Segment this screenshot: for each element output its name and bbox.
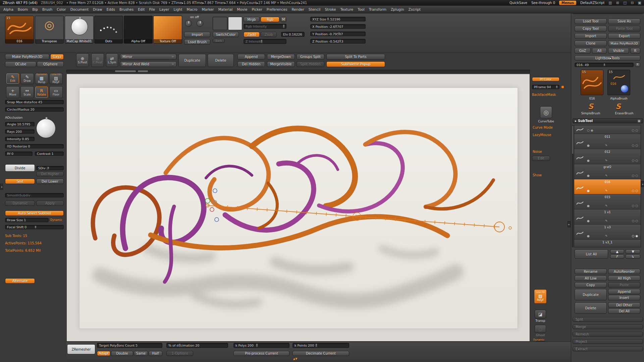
alternate-button[interactable]: Alternate: [5, 278, 35, 284]
subtool-row[interactable]: 015 ● ✎ ○ ○: [574, 194, 641, 209]
target-polygons-slider[interactable]: Target Polygons Count 5: [97, 343, 162, 348]
append-button[interactable]: Append: [237, 54, 265, 60]
menu-item-marker[interactable]: Marker: [202, 7, 214, 11]
qsphere-button[interactable]: QSphere: [37, 61, 64, 67]
subtool-visibility-toggle[interactable]: ●: [587, 159, 590, 162]
delete-subtool-button[interactable]: Delete: [575, 302, 607, 314]
draw-size-slider[interactable]: Draw Size 1: [5, 218, 49, 222]
swatch-icon[interactable]: ◫: [623, 1, 627, 5]
off-knob[interactable]: [197, 20, 203, 27]
menu-item-tool[interactable]: Tool: [358, 7, 364, 11]
right-panel-divider-arrow[interactable]: ◂: [641, 181, 644, 187]
menu-item-document[interactable]: Document: [70, 7, 89, 11]
draw-mode-button[interactable]: ✎Draw: [20, 73, 34, 84]
subtool-visibility-toggle[interactable]: ●: [587, 234, 590, 238]
bottom-scroll-arrows-icon[interactable]: ▲▼: [293, 357, 297, 360]
del-hidden-button[interactable]: Del Hidden: [237, 61, 265, 67]
subtool-render-icons[interactable]: ○ ○: [632, 159, 638, 162]
rgb-toggle[interactable]: Rgb: [261, 17, 279, 22]
menu-item-brush[interactable]: Brush: [42, 7, 52, 11]
k-points-slider[interactable]: k Points 200: [292, 343, 349, 348]
xyz-size-slider[interactable]: XYZ Size 6.52196: [310, 17, 366, 21]
subtool-render-icons[interactable]: ○ ○: [632, 129, 638, 132]
options-button[interactable]: 1-Options: [166, 351, 193, 356]
menu-item-transform[interactable]: Transform: [369, 7, 386, 11]
focal-shift-slider[interactable]: Focal Shift 0: [5, 225, 64, 229]
secondary-color-swatch[interactable]: [228, 17, 242, 30]
intensity-slider[interactable]: Intensity 0.85: [5, 137, 35, 141]
subtool-render-icons[interactable]: ○ ○: [632, 189, 638, 192]
snap-max-distance-slider[interactable]: Snap Max distance 45: [5, 100, 64, 104]
z-intensity-slider[interactable]: Z Intensity: [244, 39, 286, 44]
curve-mode-toggle[interactable]: Curve Mode: [533, 126, 553, 129]
alpha-thumbnail[interactable]: Alpha Off: [124, 16, 153, 44]
menu-item-alpha[interactable]: Alpha: [3, 7, 13, 11]
contrast-slider[interactable]: Contrast 1: [35, 152, 64, 156]
mirror-button[interactable]: Mirror≫: [120, 54, 176, 60]
menu-item-edds[interactable]: Edds: [107, 7, 115, 11]
subtool-paint-icon[interactable]: ✎: [605, 204, 608, 207]
all-low-button[interactable]: All Low: [575, 276, 607, 281]
zsub-toggle[interactable]: Zsub: [261, 32, 277, 37]
alpha-brush-thumbnail[interactable]: 15 016: [607, 70, 630, 95]
subtool-up-button[interactable]: ▲: [610, 249, 624, 254]
subtool-visibility-toggle[interactable]: ●: [587, 204, 590, 207]
gutter-divider-arrow[interactable]: ▸: [568, 221, 571, 227]
current-tool-thumbnail[interactable]: 15 016: [5, 16, 34, 44]
left-panel-divider-arrow[interactable]: ◂: [0, 184, 3, 190]
viewport-canvas[interactable]: [66, 74, 530, 342]
make-polymesh3d-tool-button[interactable]: Make PolyMesh3D: [608, 41, 640, 46]
gxyz-button[interactable]: Gxyz: [50, 54, 64, 60]
lazymouse-toggle[interactable]: LazyMouse: [533, 133, 551, 137]
menu-item-preferences[interactable]: Preferences: [267, 7, 287, 11]
active-tool-thumbnail[interactable]: 15: [581, 70, 603, 95]
menu-item-edit[interactable]: Edit: [138, 7, 145, 11]
menu-item-picker[interactable]: Picker: [252, 7, 262, 11]
make-polymesh3d-button[interactable]: Make PolyMesh3D: [5, 54, 49, 60]
adapt-toggle[interactable]: Adapt: [97, 351, 110, 356]
edit-mode-button[interactable]: ✎Edit: [6, 73, 19, 84]
pframe-slider[interactable]: PFrame 94: [532, 85, 559, 89]
dynamic-persp-button[interactable]: Dynamic▦Persp: [35, 73, 48, 84]
rays-slider[interactable]: Rays 200: [5, 129, 35, 134]
subtool-row[interactable]: 1 v1 ● ✎ ○ ○: [574, 209, 641, 225]
subtool-paint-icon[interactable]: ✎: [605, 144, 608, 147]
lightbox-tools-button[interactable]: Lightbox▸Tools: [575, 55, 640, 61]
preprocess-current-button[interactable]: Pre-process Current: [233, 351, 289, 356]
rename-button[interactable]: Rename: [575, 269, 607, 274]
merge-down-button[interactable]: MergeDown: [267, 54, 295, 60]
menu-item-color[interactable]: Color: [57, 7, 66, 11]
rotate-button[interactable]: RRotate: [35, 86, 48, 98]
mrgb-toggle[interactable]: Mrgb: [244, 17, 260, 22]
print-icon[interactable]: ⊟: [631, 1, 634, 5]
backface-mask-toggle[interactable]: BackfaceMask: [532, 93, 556, 97]
dynamic-subdiv-button[interactable]: Dynamic: [5, 201, 35, 206]
duplicate-button[interactable]: Duplicate: [178, 54, 206, 67]
subtool-render-icons[interactable]: ○ ◉: [632, 234, 638, 238]
all-high-button[interactable]: All High: [608, 276, 640, 281]
subtool-paint-icon[interactable]: ✎: [605, 174, 608, 177]
apply-button[interactable]: Apply: [36, 201, 64, 206]
material-thumbnail[interactable]: MatCap White01: [65, 16, 94, 44]
menu-item-draw[interactable]: Draw: [93, 7, 102, 11]
stroke-transpose-thumbnail[interactable]: ◎ Transpose: [35, 16, 64, 44]
smooth-subdiv-slider[interactable]: SmoothSubdiv: [5, 193, 64, 197]
menu-item-zscript[interactable]: Zscript: [409, 7, 421, 11]
auto-select-subtool-toggle[interactable]: Auto Select Subtool: [5, 210, 64, 216]
clear-pivot-button[interactable]: ⊗C.Pivot: [91, 53, 104, 67]
quicksave-button[interactable]: QuickSave: [509, 1, 527, 5]
double-button[interactable]: Double: [111, 351, 133, 356]
import-tool-button[interactable]: Import: [575, 33, 607, 39]
local-symmetry-button[interactable]: ⇄L.Sym: [106, 53, 118, 67]
subtool-row[interactable]: graf2 ● ✎ ○ ○: [574, 164, 641, 179]
circles-radius-slider[interactable]: Circles Radius 20: [5, 107, 64, 112]
autoreorder-button[interactable]: AutoReorder: [608, 269, 640, 274]
default-zscript-button[interactable]: DefaultZScript: [580, 1, 604, 5]
same-button[interactable]: Same: [134, 351, 148, 356]
on-knob[interactable]: [185, 20, 192, 27]
texture-thumbnail[interactable]: Texture Off: [153, 16, 182, 44]
subtool-visibility-toggle[interactable]: ●: [587, 144, 590, 147]
project-section-header[interactable]: Project: [573, 339, 643, 344]
goz-all-button[interactable]: All: [592, 48, 607, 54]
save-as-button[interactable]: Save As: [608, 18, 640, 24]
